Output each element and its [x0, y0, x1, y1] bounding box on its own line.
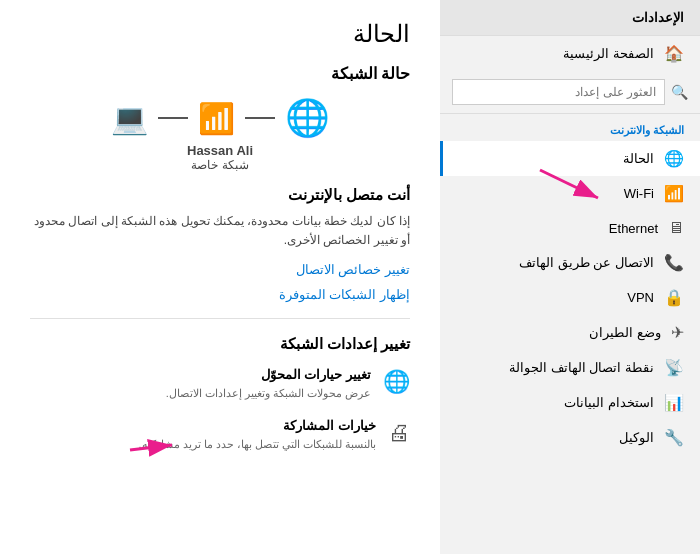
search-input[interactable]: [452, 79, 665, 105]
sidebar-item-vpn[interactable]: 🔒 VPN: [440, 280, 700, 315]
sidebar-home-label: الصفحة الرئيسية: [563, 46, 654, 61]
sidebar-item-proxy[interactable]: 🔧 الوكيل: [440, 420, 700, 455]
adapter-icon: 🌐: [383, 369, 410, 395]
phone-icon: 📞: [664, 253, 684, 272]
airplane-icon: ✈: [671, 323, 684, 342]
sidebar-item-status[interactable]: 🌐 الحالة: [440, 141, 700, 176]
proxy-label: الوكيل: [619, 430, 654, 445]
vpn-label: VPN: [627, 290, 654, 305]
wifi-label: Wi-Fi: [624, 186, 654, 201]
sharing-icon: 🖨: [388, 420, 410, 446]
network-line-1: [245, 117, 275, 119]
data-usage-label: استخدام البيانات: [564, 395, 654, 410]
adapter-title: تغيير حيارات المحوّل: [30, 367, 371, 382]
ethernet-icon: 🖥: [668, 219, 684, 237]
sidebar-item-data-usage[interactable]: 📊 استخدام البيانات: [440, 385, 700, 420]
sidebar-item-ethernet[interactable]: 🖥 Ethernet: [440, 211, 700, 245]
data-usage-icon: 📊: [664, 393, 684, 412]
sidebar-search-container: 🔍: [440, 71, 700, 114]
status-label: الحالة: [623, 151, 654, 166]
network-status-title: حالة الشبكة: [30, 64, 410, 83]
network-label: Hassan Ali شبكة خاصة: [30, 143, 410, 172]
connected-status: أنت متصل بالإنترنت: [30, 186, 410, 204]
sidebar: الإعدادات 🏠 الصفحة الرئيسية 🔍 الشبكة وال…: [440, 0, 700, 554]
sidebar-header: الإعدادات: [440, 0, 700, 36]
proxy-icon: 🔧: [664, 428, 684, 447]
vpn-icon: 🔒: [664, 288, 684, 307]
globe-icon: 🌐: [285, 97, 330, 139]
phone-label: الاتصال عن طريق الهاتف: [519, 255, 654, 270]
hotspot-icon: 📡: [664, 358, 684, 377]
network-diagram: 🌐 📶 💻: [30, 97, 410, 139]
sidebar-item-wifi[interactable]: 📶 Wi-Fi: [440, 176, 700, 211]
connected-description: إذا كان لديك خطة بيانات محدودة، يمكنك تح…: [30, 212, 410, 250]
search-icon: 🔍: [671, 84, 688, 100]
sidebar-item-hotspot[interactable]: 📡 نقطة اتصال الهاتف الجوالة: [440, 350, 700, 385]
status-icon: 🌐: [664, 149, 684, 168]
page-title: الحالة: [30, 20, 410, 48]
sharing-title: خيارات المشاركة: [30, 418, 376, 433]
adapter-settings-item[interactable]: 🌐 تغيير حيارات المحوّل عرض محولات الشبكة…: [30, 367, 410, 402]
adapter-desc: عرض محولات الشبكة وتغيير إعدادات الاتصال…: [30, 385, 371, 402]
sidebar-item-phone[interactable]: 📞 الاتصال عن طريق الهاتف: [440, 245, 700, 280]
network-line-2: [158, 117, 188, 119]
airplane-label: وضع الطيران: [589, 325, 661, 340]
home-icon: 🏠: [664, 44, 684, 63]
sidebar-item-airplane[interactable]: ✈ وضع الطيران: [440, 315, 700, 350]
wifi-icon: 📶: [664, 184, 684, 203]
wifi-diagram-icon: 📶: [198, 101, 235, 136]
hotspot-label: نقطة اتصال الهاتف الجوالة: [509, 360, 654, 375]
available-networks-link[interactable]: إظهار الشبكات المتوفرة: [30, 287, 410, 302]
ethernet-label: Ethernet: [609, 221, 658, 236]
sidebar-item-home[interactable]: 🏠 الصفحة الرئيسية: [440, 36, 700, 71]
laptop-icon: 💻: [111, 101, 148, 136]
sharing-settings-item[interactable]: 🖨 خيارات المشاركة بالنسبة للشبكات التي ت…: [30, 418, 410, 453]
properties-link[interactable]: تغيير خصائص الاتصال: [30, 262, 410, 277]
sharing-desc: بالنسبة للشبكات التي تتصل بها، حدد ما تر…: [30, 436, 376, 453]
sidebar-section-label: الشبكة والانترنت: [440, 114, 700, 141]
change-settings-title: تغيير إعدادات الشبكة: [30, 335, 410, 353]
divider: [30, 318, 410, 319]
